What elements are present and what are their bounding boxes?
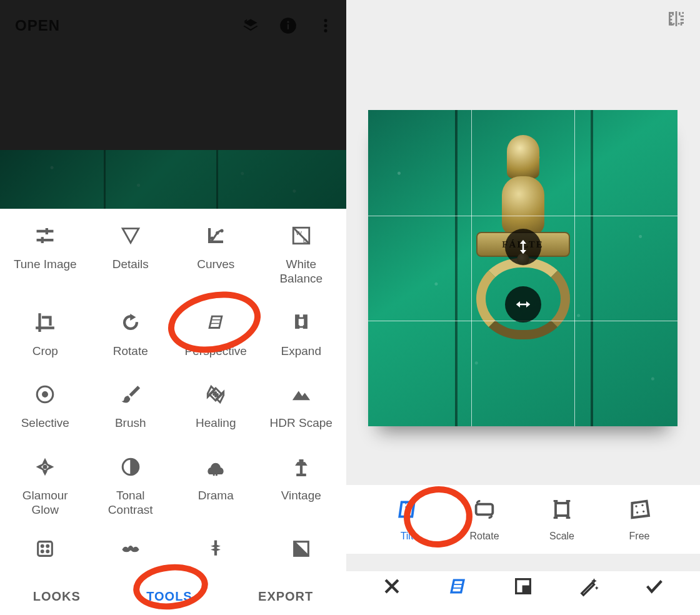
- glamour-glow-icon: [32, 456, 58, 478]
- svg-rect-36: [522, 586, 531, 594]
- split-image-icon: [289, 538, 314, 559]
- tool-label: Rotate: [113, 344, 148, 359]
- tool-label: Crop: [32, 344, 58, 359]
- svg-point-25: [41, 550, 44, 553]
- bottom-nav: LOOKS TOOLS EXPORT: [0, 578, 346, 615]
- svg-rect-30: [556, 503, 568, 516]
- horizontal-tilt-handle[interactable]: [505, 286, 541, 322]
- mode-tilt[interactable]: Tilt: [382, 497, 432, 542]
- drama-icon: [203, 456, 228, 478]
- dice-icon: [32, 538, 58, 559]
- tool-brush[interactable]: Brush: [88, 374, 174, 446]
- svg-text:B: B: [303, 237, 308, 244]
- tools-sheet: Tune Image Details Curves WB White Balan…: [0, 209, 346, 578]
- tool-row5-c[interactable]: [173, 533, 259, 575]
- tool-hdr-scape[interactable]: HDR Scape: [259, 374, 344, 446]
- mode-label: Tilt: [401, 531, 414, 542]
- tool-label: Curves: [197, 258, 234, 272]
- tool-label: HDR Scape: [270, 416, 332, 431]
- guitar-head-icon: [203, 538, 228, 559]
- tune-icon: [32, 225, 58, 246]
- tool-row5-b[interactable]: [88, 533, 174, 575]
- tool-selective[interactable]: Selective: [2, 374, 88, 446]
- tool-label: Healing: [196, 416, 236, 431]
- svg-point-15: [213, 394, 215, 396]
- tool-details[interactable]: Details: [88, 215, 174, 302]
- perspective-tool-icon[interactable]: [445, 574, 470, 599]
- tool-vintage[interactable]: Vintage: [259, 446, 344, 533]
- editor-background: OPEN: [0, 0, 346, 209]
- tool-white-balance[interactable]: WB White Balance: [259, 215, 344, 302]
- expand-icon: [289, 312, 314, 333]
- nav-tools[interactable]: TOOLS: [146, 589, 192, 604]
- svg-point-26: [46, 550, 49, 553]
- tonal-contrast-icon: [118, 456, 143, 478]
- mode-free[interactable]: Free: [614, 497, 664, 542]
- tool-label: Brush: [115, 416, 146, 431]
- white-balance-icon: WB: [289, 225, 314, 246]
- svg-point-13: [42, 392, 48, 398]
- svg-point-34: [642, 511, 644, 512]
- svg-point-31: [635, 505, 637, 507]
- svg-rect-29: [476, 504, 493, 515]
- cancel-button[interactable]: [379, 574, 404, 599]
- tool-rotate[interactable]: Rotate: [88, 302, 174, 374]
- perspective-edit-screen: FÁILTE Tilt Rotate: [346, 0, 700, 615]
- svg-point-16: [217, 394, 219, 396]
- perspective-canvas[interactable]: FÁILTE: [368, 110, 678, 426]
- svg-point-32: [641, 504, 643, 506]
- mirror-icon[interactable]: [666, 9, 686, 31]
- vertical-tilt-handle[interactable]: [505, 229, 541, 265]
- mode-scale[interactable]: Scale: [537, 497, 587, 542]
- tool-label: Tonal Contrast: [108, 489, 153, 518]
- autofill-icon[interactable]: [511, 574, 536, 599]
- rotate-icon: [118, 312, 143, 333]
- tool-expand[interactable]: Expand: [259, 302, 344, 374]
- tool-healing[interactable]: Healing: [173, 374, 259, 446]
- svg-point-23: [41, 544, 44, 548]
- tool-tonal-contrast[interactable]: Tonal Contrast: [88, 446, 174, 533]
- tool-label: Glamour Glow: [22, 489, 68, 518]
- crop-icon: [32, 312, 58, 333]
- svg-text:W: W: [296, 229, 302, 236]
- apply-button[interactable]: [642, 574, 667, 599]
- tool-label: Selective: [21, 416, 69, 431]
- mustache-icon: [118, 538, 143, 559]
- tool-glamour-glow[interactable]: Glamour Glow: [2, 446, 88, 533]
- tool-perspective[interactable]: Perspective: [173, 302, 259, 374]
- brush-icon: [118, 384, 143, 405]
- tool-label: Expand: [281, 344, 321, 359]
- dimmed-overlay: [0, 0, 346, 209]
- tool-drama[interactable]: Drama: [173, 446, 259, 533]
- tool-crop[interactable]: Crop: [2, 302, 88, 374]
- details-icon: [118, 225, 143, 246]
- mode-label: Free: [629, 531, 650, 542]
- svg-rect-22: [38, 542, 52, 556]
- mode-rotate[interactable]: Rotate: [459, 497, 509, 542]
- tool-curves[interactable]: Curves: [173, 215, 259, 302]
- healing-icon: [203, 384, 228, 405]
- mode-label: Scale: [549, 531, 574, 542]
- svg-point-21: [300, 463, 302, 465]
- rule-of-thirds-grid: [368, 110, 678, 426]
- perspective-icon: [203, 312, 228, 333]
- hdr-scape-icon: [289, 384, 314, 405]
- auto-adjust-icon[interactable]: [576, 574, 601, 599]
- svg-point-19: [43, 465, 47, 469]
- tools-screen: OPEN Tune Image: [0, 0, 346, 615]
- perspective-mode-row: Tilt Rotate Scale Free: [346, 485, 700, 554]
- svg-point-18: [215, 396, 217, 398]
- nav-looks[interactable]: LOOKS: [33, 589, 81, 604]
- tool-tune-image[interactable]: Tune Image: [2, 215, 88, 302]
- svg-point-17: [215, 392, 217, 394]
- svg-point-33: [636, 511, 638, 513]
- tool-label: Tune Image: [14, 258, 77, 272]
- curves-icon: [203, 225, 228, 246]
- nav-export[interactable]: EXPORT: [258, 589, 313, 604]
- svg-point-6: [211, 237, 214, 239]
- tool-row5-a[interactable]: [2, 533, 88, 575]
- tool-row5-d[interactable]: [259, 533, 344, 575]
- svg-point-24: [46, 544, 49, 548]
- tool-label: Perspective: [185, 344, 247, 359]
- tool-label: Details: [112, 258, 149, 272]
